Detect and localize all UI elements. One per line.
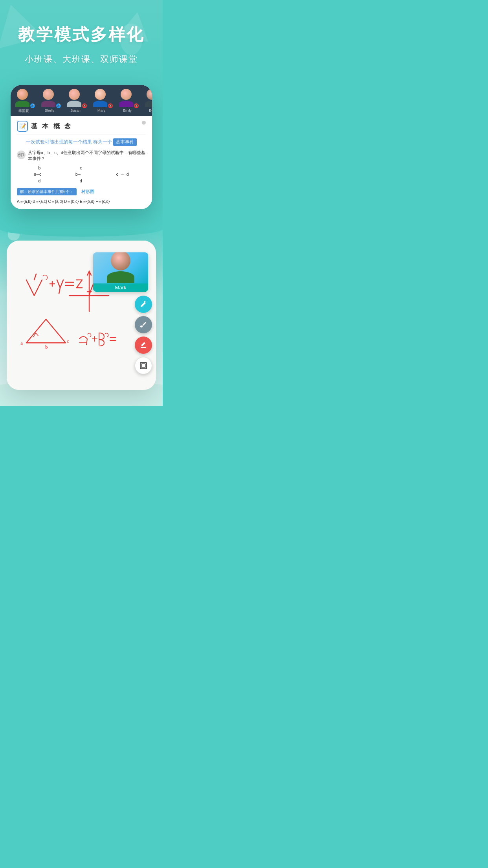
concept-line: 一次试验可能出现的每一个结果 称为一个 基本事件 bbox=[17, 138, 146, 146]
solution-area: 解：所求的基本事件共有6个： 树形图 A＝{a,b} B＝{a,c} C＝{a,… bbox=[17, 188, 146, 204]
shape-tool-button[interactable] bbox=[135, 357, 152, 374]
participant-berry-name: Berry bbox=[140, 108, 152, 113]
avatar-face bbox=[111, 252, 130, 270]
brush-tool-button[interactable] bbox=[135, 316, 152, 333]
mic-icon-emily: 🔇 bbox=[134, 103, 139, 108]
phone-mockup-whiteboard: a b c bbox=[7, 241, 156, 390]
mic-icon-mary: 🔇 bbox=[108, 103, 113, 108]
participant-li: 李国夏 🎤 bbox=[11, 86, 37, 114]
background-container: 教学模式多样化 小班课、大班课、双师课堂 李国夏 🎤 bbox=[0, 0, 163, 406]
video-thumbnail: Mark bbox=[93, 252, 148, 292]
sub-title: 小班课、大班课、双师课堂 bbox=[8, 53, 155, 65]
solution-label: 解：所求的基本事件共有6个： bbox=[17, 188, 77, 195]
tool-buttons bbox=[135, 296, 152, 374]
participant-berry: Berry 🔇 bbox=[140, 86, 152, 114]
video-name-tag: Mark bbox=[93, 283, 148, 292]
participant-li-name: 李国夏 bbox=[11, 108, 37, 114]
lesson-content-area: 📝 基 本 概 念 一次试验可能出现的每一个结果 称为一个 基本事件 例1 从字… bbox=[11, 116, 152, 209]
video-thumb-inner: Mark bbox=[93, 252, 148, 292]
tree-option-3: c — d bbox=[116, 165, 129, 185]
participant-susan: Susan 🔇 bbox=[62, 86, 88, 114]
main-title: 教学模式多样化 bbox=[8, 24, 155, 46]
solution-link: 树形图 bbox=[81, 189, 94, 194]
participant-mary-name: Mary bbox=[88, 108, 114, 113]
problem-row: 例1 从字母a、b、c、d任意取出两个不同字母的试验中，有哪些基本事件？ bbox=[17, 150, 146, 162]
svg-text:b: b bbox=[45, 344, 48, 350]
header-section: 教学模式多样化 小班课、大班课、双师课堂 bbox=[0, 0, 163, 73]
svg-text:c: c bbox=[67, 338, 69, 344]
svg-rect-4 bbox=[141, 364, 145, 368]
svg-text:a: a bbox=[20, 340, 23, 346]
bottom-section: a b c bbox=[0, 221, 163, 406]
problem-number: 例1 bbox=[17, 151, 26, 159]
avatar-body bbox=[107, 271, 134, 283]
tree-option-2: c b─ d bbox=[75, 165, 83, 185]
participant-shelly: Shelly 🎤 bbox=[37, 86, 62, 114]
participant-emily-name: Emily bbox=[114, 108, 140, 113]
content-header: 📝 基 本 概 念 bbox=[17, 121, 146, 134]
tree-diagram: b a─c d c b─ d c — d bbox=[17, 165, 146, 185]
participant-mary: Mary 🔇 bbox=[88, 86, 114, 114]
section-title: 基 本 概 念 bbox=[31, 122, 72, 131]
wave-top bbox=[0, 221, 163, 237]
content-icon: 📝 bbox=[17, 121, 28, 132]
person-avatar bbox=[107, 252, 134, 283]
problem-text: 从字母a、b、c、d任意取出两个不同字母的试验中，有哪些基本事件？ bbox=[28, 150, 146, 162]
participant-shelly-name: Shelly bbox=[37, 108, 62, 113]
pen-tool-button[interactable] bbox=[135, 296, 152, 313]
highlight-term: 基本事件 bbox=[113, 138, 137, 146]
mic-icon-li: 🎤 bbox=[30, 103, 35, 108]
mic-icon-shelly: 🎤 bbox=[56, 103, 61, 108]
solution-sets: A＝{a,b} B＝{a,c} C＝{a,d} D＝{b,c} E＝{b,d} … bbox=[17, 199, 146, 204]
eraser-tool-button[interactable] bbox=[135, 337, 152, 354]
whiteboard-screen: a b c bbox=[7, 241, 156, 390]
tree-option-1: b a─c d bbox=[34, 165, 42, 185]
participant-bar: 李国夏 🎤 Shelly 🎤 Susan bbox=[11, 85, 152, 116]
phone-mockup-classroom: 李国夏 🎤 Shelly 🎤 Susan bbox=[11, 85, 152, 209]
participant-emily: Emily 🔇 bbox=[114, 86, 140, 114]
classroom-screen: 李国夏 🎤 Shelly 🎤 Susan bbox=[11, 85, 152, 209]
whiteboard-content: a b c bbox=[15, 248, 148, 382]
participant-susan-name: Susan bbox=[62, 108, 88, 113]
mic-icon-susan: 🔇 bbox=[82, 103, 87, 108]
scroll-dot bbox=[142, 121, 146, 125]
